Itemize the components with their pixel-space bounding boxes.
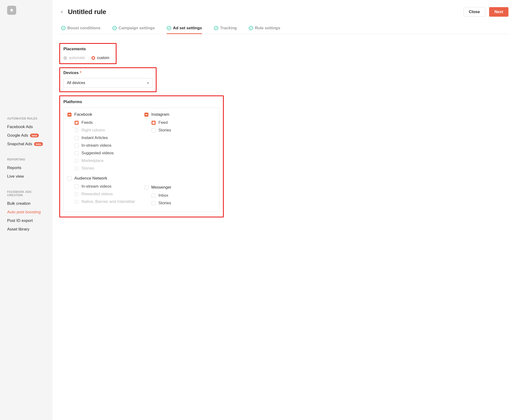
- plat-item-fb-instant-articles[interactable]: Instant Articles: [75, 135, 139, 140]
- sidebar-item-label: Google Ads: [7, 133, 28, 138]
- sidebar-item-label: Auto post boosting: [7, 210, 41, 215]
- plat-item-fb-in-stream-videos[interactable]: In-stream videos: [75, 143, 139, 148]
- close-button[interactable]: Close: [464, 7, 485, 17]
- plat-item-label: Suggested videos: [82, 151, 114, 156]
- app-logo[interactable]: [7, 6, 16, 15]
- platform-label: Instagram: [151, 112, 169, 117]
- plat-item-msgr-inbox[interactable]: Inbox: [152, 193, 216, 198]
- platform-group-messenger: Messenger Inbox Stories: [144, 185, 216, 205]
- checkbox-indeterminate-icon[interactable]: [68, 112, 71, 117]
- platforms-section: Platforms Facebook Feeds: [59, 96, 224, 218]
- checkbox-disabled-icon: [75, 192, 79, 196]
- caret-down-icon: ▾: [147, 81, 149, 85]
- tab-boost-conditions[interactable]: Boost conditions: [61, 26, 100, 34]
- sidebar-item-snapchat-ads[interactable]: Snapchat Ads beta: [0, 140, 52, 148]
- sidebar-item-label: Facebook Ads: [7, 125, 33, 129]
- checkbox-icon: [75, 136, 79, 140]
- check-circle-icon: [61, 26, 66, 30]
- next-button[interactable]: Next: [489, 7, 509, 17]
- checkbox-disabled-icon: [75, 128, 79, 132]
- logo-icon: [9, 8, 14, 13]
- sidebar-item-auto-post-boosting[interactable]: Auto post boosting: [0, 208, 52, 217]
- sidebar-nav: AUTOMATED RULES Facebook Ads Google Ads …: [0, 113, 52, 238]
- platform-group-facebook: Facebook Feeds Right column Instant Arti…: [68, 112, 139, 171]
- devices-value: All devices: [67, 81, 85, 85]
- devices-section: Devices * All devices ▾: [59, 68, 157, 92]
- checkbox-icon: [152, 194, 156, 198]
- sidebar-section-fb-ads-creation: FACEBOOK ADS CREATION: [0, 187, 52, 199]
- back-button[interactable]: [59, 9, 65, 15]
- devices-title-text: Devices: [63, 70, 79, 75]
- plat-item-an-native-banner[interactable]: Native, Banner and Interstitial: [75, 199, 139, 204]
- checkbox-icon[interactable]: [68, 176, 71, 180]
- checkbox-indeterminate-icon[interactable]: [144, 112, 148, 117]
- devices-select[interactable]: All devices ▾: [63, 78, 152, 88]
- sidebar-item-reports[interactable]: Reports: [0, 164, 52, 172]
- plat-item-label: Inbox: [159, 193, 168, 198]
- check-circle-icon: [113, 26, 117, 30]
- radio-label: automatic: [69, 56, 85, 60]
- plat-item-label: Right column: [82, 128, 105, 133]
- tab-rule-settings[interactable]: Rule settings: [249, 26, 281, 34]
- tab-label: Ad set settings: [173, 26, 202, 30]
- sidebar-item-asset-library[interactable]: Asset library: [0, 225, 52, 233]
- tab-label: Campaign settings: [119, 26, 155, 30]
- tab-label: Tracking: [220, 26, 237, 30]
- placements-title: Placements: [63, 47, 113, 52]
- sidebar-item-post-id-export[interactable]: Post ID export: [0, 217, 52, 225]
- checkbox-icon: [75, 143, 79, 148]
- wizard-tabs: Boost conditions Campaign settings Ad se…: [59, 26, 509, 34]
- placements-radio-custom[interactable]: custom: [91, 56, 109, 60]
- page-title: Untitled rule: [68, 8, 106, 16]
- sidebar-item-live-view[interactable]: Live view: [0, 172, 52, 181]
- plat-item-ig-stories[interactable]: Stories: [152, 128, 216, 133]
- check-circle-icon: [249, 26, 253, 30]
- checkbox-icon[interactable]: [144, 186, 148, 189]
- sidebar-section-automated-rules: AUTOMATED RULES: [0, 113, 52, 123]
- plat-item-label: Stories: [159, 201, 171, 205]
- arrow-left-icon: [60, 10, 64, 14]
- plat-item-ig-feed[interactable]: Feed: [152, 120, 216, 125]
- platform-group-instagram: Instagram Feed Stories: [144, 112, 216, 133]
- devices-title: Devices *: [63, 70, 152, 75]
- checkbox-disabled-icon: [75, 166, 79, 171]
- sidebar-item-bulk-creation[interactable]: Bulk creation: [0, 199, 52, 208]
- sidebar-section-reporting: REPORTING: [0, 155, 52, 164]
- tab-tracking[interactable]: Tracking: [214, 26, 237, 34]
- tab-ad-set-settings[interactable]: Ad set settings: [167, 26, 202, 34]
- plat-item-fb-marketplace[interactable]: Marketplace: [75, 158, 139, 163]
- placements-radio-automatic[interactable]: automatic: [63, 56, 85, 60]
- checkbox-checked-icon: [152, 121, 156, 125]
- plat-item-fb-suggested-videos[interactable]: Suggested videos: [75, 151, 139, 156]
- checkbox-icon: [152, 128, 156, 132]
- checkbox-icon: [75, 185, 79, 188]
- main-content: Untitled rule Close Next Boost condition…: [52, 0, 517, 420]
- placements-section: Placements automatic custom: [59, 43, 116, 64]
- sidebar-item-label: Bulk creation: [7, 201, 30, 206]
- beta-badge: beta: [34, 142, 43, 146]
- check-circle-icon: [214, 26, 218, 30]
- plat-item-fb-right-column[interactable]: Right column: [75, 128, 139, 133]
- plat-item-an-in-stream-videos[interactable]: In-stream videos: [75, 184, 139, 189]
- plat-item-fb-stories[interactable]: Stories: [75, 166, 139, 171]
- plat-item-an-rewarded-videos[interactable]: Rewarded videos: [75, 192, 139, 196]
- checkbox-checked-icon: [75, 121, 79, 125]
- sidebar-item-facebook-ads[interactable]: Facebook Ads: [0, 123, 52, 131]
- platform-group-audience-network: Audience Network In-stream videos Reward…: [68, 176, 139, 204]
- plat-item-label: Stories: [159, 128, 171, 133]
- tab-label: Boost conditions: [68, 26, 100, 30]
- tab-label: Rule settings: [255, 26, 281, 30]
- plat-item-fb-feeds[interactable]: Feeds: [75, 120, 139, 125]
- sidebar-item-label: Reports: [7, 165, 22, 170]
- platforms-title: Platforms: [63, 99, 220, 104]
- required-mark: *: [80, 70, 82, 75]
- sidebar-item-google-ads[interactable]: Google Ads beta: [0, 131, 52, 140]
- plat-item-label: Instant Articles: [82, 135, 108, 140]
- tab-campaign-settings[interactable]: Campaign settings: [113, 26, 155, 34]
- plat-item-msgr-stories[interactable]: Stories: [152, 201, 216, 205]
- page-header: Untitled rule Close Next: [59, 7, 509, 17]
- check-circle-icon: [167, 26, 171, 30]
- checkbox-icon: [75, 151, 79, 155]
- plat-item-label: Feeds: [82, 120, 93, 125]
- plat-item-label: Rewarded videos: [82, 192, 113, 196]
